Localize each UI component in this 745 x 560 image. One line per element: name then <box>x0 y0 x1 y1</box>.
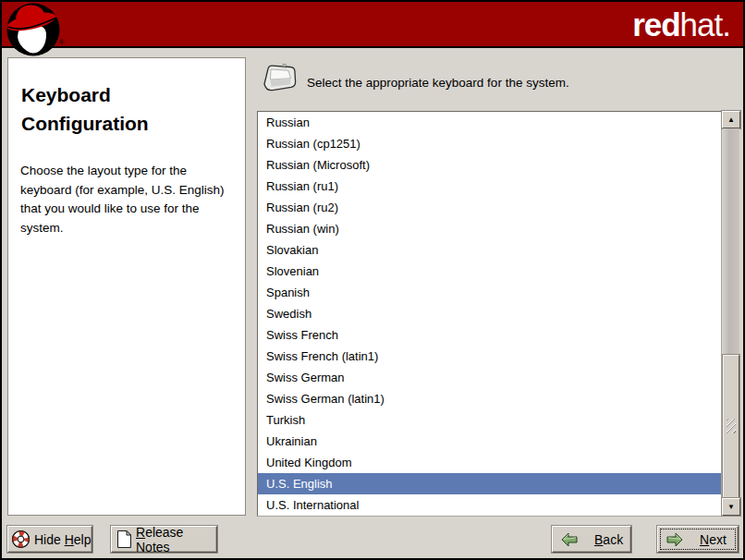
redhat-wordmark: redhat. <box>632 6 730 44</box>
scrollbar-track[interactable] <box>723 128 739 498</box>
list-item[interactable]: Swiss French (latin1) <box>258 346 721 367</box>
list-item[interactable]: Russian (cp1251) <box>258 133 721 154</box>
list-item[interactable]: Russian (ru1) <box>258 176 721 197</box>
list-item[interactable]: Turkish <box>258 409 721 431</box>
green-arrow-right-icon <box>666 532 683 547</box>
help-text: Choose the layout type for the keyboard … <box>20 162 233 237</box>
redhat-shadowman-logo-icon <box>5 2 62 59</box>
back-label: Back <box>594 532 623 547</box>
release-notes-button[interactable]: Release Notes <box>111 526 217 553</box>
keycap-letter: R <box>281 63 287 70</box>
arrow-down-icon: ▼ <box>727 503 735 511</box>
window-content: redhat. ® Keyboard Configuration Choose … <box>2 2 743 558</box>
brand-bold: red <box>632 6 679 43</box>
list-item[interactable]: Swiss German (latin1) <box>258 388 721 409</box>
list-item-selected[interactable]: U.S. English <box>258 473 721 494</box>
page-title: Keyboard Configuration <box>21 80 233 138</box>
release-notes-label: Release Notes <box>136 525 216 554</box>
list-item[interactable]: Swiss French <box>258 324 721 346</box>
life-buoy-icon <box>11 530 31 549</box>
hide-help-label: Hide Help <box>34 532 92 547</box>
list-item[interactable]: Swedish <box>258 303 721 324</box>
scroll-up-button[interactable]: ▲ <box>722 111 740 128</box>
arrow-up-icon: ▲ <box>727 116 735 124</box>
list-item[interactable]: United Kingdom <box>258 452 721 473</box>
document-icon <box>116 530 132 549</box>
list-item[interactable]: Swiss German <box>258 367 721 388</box>
instruction-text: Select the appropriate keyboard for the … <box>307 76 569 90</box>
list-item[interactable]: Russian (ru2) <box>258 197 721 218</box>
brand-light: hat. <box>680 6 730 43</box>
list-item[interactable]: Russian <box>258 112 721 133</box>
registered-trademark-mark: ® <box>59 39 64 45</box>
list-item[interactable]: Russian (Microsoft) <box>258 154 721 176</box>
list-item[interactable]: Spanish <box>258 282 721 303</box>
list-item[interactable]: Ukrainian <box>258 431 721 452</box>
title-banner: redhat. <box>2 2 743 48</box>
keyboard-layout-list: Russian Russian (cp1251) Russian (Micros… <box>257 111 722 517</box>
scroll-down-button[interactable]: ▼ <box>722 498 740 516</box>
scrollbar-grip <box>727 419 736 433</box>
scrollbar-thumb[interactable] <box>723 355 739 498</box>
list-item[interactable]: Slovakian <box>258 239 721 261</box>
list-item[interactable]: Russian (win) <box>258 218 721 239</box>
list-scrollbar: ▲ ▼ <box>722 110 740 517</box>
back-button[interactable]: Back <box>552 526 631 553</box>
green-arrow-left-icon <box>561 532 578 547</box>
next-button[interactable]: Next <box>657 526 739 553</box>
installer-window: redhat. ® Keyboard Configuration Choose … <box>0 0 745 560</box>
hide-help-button[interactable]: Hide Help <box>7 526 92 553</box>
keyboard-key-icon: R <box>261 60 299 95</box>
list-item[interactable]: U.S. International <box>258 494 721 516</box>
next-label: Next <box>700 532 727 547</box>
list-item[interactable]: Slovenian <box>258 261 721 282</box>
help-panel: Keyboard Configuration Choose the layout… <box>7 57 246 516</box>
